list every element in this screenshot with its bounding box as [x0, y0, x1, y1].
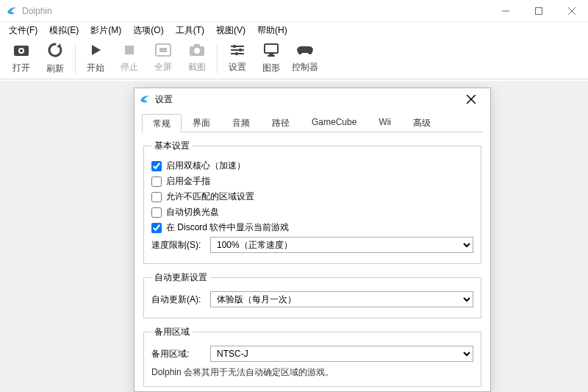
folder-open-icon — [12, 43, 30, 60]
dialog-body: 常规 界面 音频 路径 GameCube Wii 高级 基本设置 启用双核心（加… — [135, 110, 490, 391]
menu-file[interactable]: 文件(F) — [3, 23, 43, 38]
svg-rect-9 — [159, 48, 167, 52]
dialog-title: 设置 — [155, 93, 173, 106]
auto-update-select[interactable]: 体验版（每月一次） — [210, 291, 473, 307]
tab-interface[interactable]: 界面 — [182, 113, 221, 132]
svg-rect-20 — [269, 54, 273, 55]
close-button[interactable] — [555, 0, 588, 21]
tab-paths[interactable]: 路径 — [261, 113, 301, 132]
refresh-label: 刷新 — [46, 63, 64, 75]
cheats-checkbox[interactable]: 启用金手指 — [151, 175, 210, 188]
tab-advanced[interactable]: 高级 — [402, 113, 442, 132]
app-title: Dolphin — [22, 6, 52, 16]
fullscreen-button: 全屏 — [146, 40, 180, 77]
stop-button: 停止 — [112, 40, 146, 77]
svg-point-17 — [239, 49, 242, 51]
dialog-titlebar: 设置 — [135, 88, 490, 110]
dualcore-label: 启用双核心（加速） — [166, 160, 245, 172]
menu-movie[interactable]: 影片(M) — [85, 23, 127, 38]
svg-rect-7 — [125, 46, 134, 54]
dialog-close-button[interactable] — [456, 89, 486, 110]
svg-rect-12 — [194, 44, 200, 47]
menu-view[interactable]: 视图(V) — [210, 23, 251, 38]
dolphin-icon — [6, 5, 18, 17]
fallback-region-select[interactable]: NTSC-J — [210, 346, 473, 362]
speed-limit-label: 速度限制(S): — [151, 239, 210, 252]
open-label: 打开 — [12, 62, 30, 74]
svg-rect-21 — [268, 55, 275, 57]
dualcore-checkbox[interactable]: 启用双核心（加速） — [151, 160, 245, 172]
minimize-button[interactable] — [489, 0, 522, 21]
monitor-icon — [263, 43, 279, 60]
auto-update-label: 自动更新(A): — [151, 293, 210, 306]
auto-update-legend: 自动更新设置 — [151, 271, 210, 284]
tab-general[interactable]: 常规 — [142, 114, 182, 132]
settings-button[interactable]: 设置 — [220, 40, 254, 77]
camera-icon — [189, 43, 205, 59]
sliders-icon — [229, 43, 245, 59]
svg-line-3 — [568, 7, 576, 15]
discord-label: 在 Discord 软件中显示当前游戏 — [166, 221, 289, 234]
play-icon — [88, 43, 103, 60]
mismatched-label: 允许不匹配的区域设置 — [166, 190, 254, 203]
auto-disc-checkbox[interactable]: 自动切换光盘 — [151, 206, 219, 218]
stop-label: 停止 — [121, 61, 138, 74]
start-label: 开始 — [87, 62, 104, 74]
speed-limit-select[interactable]: 100%（正常速度） — [210, 237, 473, 253]
svg-point-16 — [233, 45, 236, 48]
open-button[interactable]: 打开 — [4, 40, 38, 77]
basic-settings-group: 基本设置 启用双核心（加速） 启用金手指 允许不匹配的区域设置 自动切换光盘 在… — [143, 140, 481, 264]
svg-rect-1 — [535, 7, 542, 14]
settings-dialog: 设置 常规 界面 音频 路径 GameCube Wii 高级 基本设置 启用双核… — [134, 88, 491, 392]
toolbar-separator — [75, 44, 76, 74]
refresh-icon — [47, 42, 63, 60]
fallback-region-group: 备用区域 备用区域: NTSC-J Dolphin 会将其用于无法自动确定区域的… — [143, 326, 481, 387]
tab-bar: 常规 界面 音频 路径 GameCube Wii 高级 — [142, 113, 483, 132]
discord-checkbox[interactable]: 在 Discord 软件中显示当前游戏 — [151, 221, 289, 234]
start-button[interactable]: 开始 — [79, 40, 112, 77]
menu-emulation[interactable]: 模拟(E) — [43, 23, 85, 38]
fallback-region-label: 备用区域: — [151, 348, 210, 360]
fullscreen-label: 全屏 — [154, 61, 172, 74]
fallback-region-help: Dolphin 会将其用于无法自动确定区域的游戏。 — [151, 366, 473, 379]
menu-tools[interactable]: 工具(T) — [170, 23, 210, 38]
cheats-label: 启用金手指 — [166, 175, 210, 188]
menu-options[interactable]: 选项(O) — [127, 23, 169, 38]
stop-icon — [123, 43, 136, 59]
menubar: 文件(F) 模拟(E) 影片(M) 选项(O) 工具(T) 视图(V) 帮助(H… — [0, 22, 588, 38]
basic-settings-legend: 基本设置 — [151, 140, 193, 152]
screenshot-label: 截图 — [188, 61, 206, 74]
screenshot-button: 截图 — [180, 40, 214, 77]
titlebar: Dolphin — [0, 0, 588, 22]
maximize-button[interactable] — [522, 0, 555, 21]
toolbar-separator — [217, 44, 218, 74]
graphics-label: 图形 — [262, 62, 280, 74]
tab-wii[interactable]: Wii — [368, 113, 402, 132]
controllers-label: 控制器 — [292, 61, 318, 74]
window-controls — [489, 0, 588, 21]
tab-gamecube[interactable]: GameCube — [301, 113, 368, 132]
dolphin-icon — [139, 93, 151, 105]
svg-line-2 — [568, 7, 576, 15]
settings-label: 设置 — [229, 61, 246, 74]
svg-point-6 — [20, 49, 23, 52]
tab-audio[interactable]: 音频 — [221, 113, 261, 132]
svg-point-11 — [194, 48, 200, 54]
autodisc-label: 自动切换光盘 — [166, 206, 219, 218]
auto-update-group: 自动更新设置 自动更新(A): 体验版（每月一次） — [143, 271, 481, 318]
fullscreen-icon — [155, 43, 171, 59]
mismatched-region-checkbox[interactable]: 允许不匹配的区域设置 — [151, 190, 254, 203]
controllers-button[interactable]: 控制器 — [288, 40, 322, 77]
menu-help[interactable]: 帮助(H) — [251, 23, 293, 38]
fallback-region-legend: 备用区域 — [151, 326, 193, 338]
svg-point-18 — [235, 52, 238, 55]
toolbar: 打开 刷新 开始 停止 全屏 截图 设置 — [0, 38, 588, 79]
gamepad-icon — [296, 43, 314, 59]
svg-rect-19 — [265, 44, 278, 53]
refresh-button[interactable]: 刷新 — [38, 40, 72, 77]
graphics-button[interactable]: 图形 — [254, 40, 288, 77]
